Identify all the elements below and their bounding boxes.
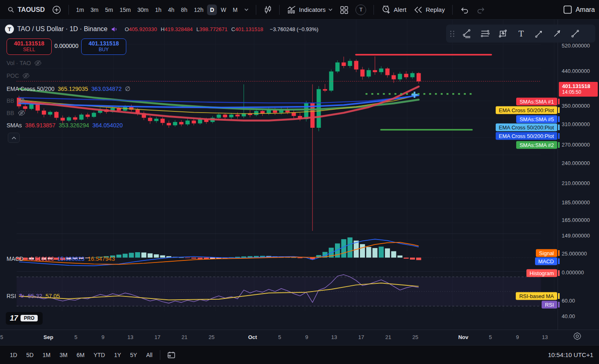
range-5D[interactable]: 5D bbox=[22, 349, 38, 361]
range-1D[interactable]: 1D bbox=[6, 349, 21, 361]
interval-1m[interactable]: 1m bbox=[73, 5, 87, 15]
drawing-toolbar: T bbox=[446, 25, 595, 43]
bb-label: BB bbox=[7, 110, 14, 116]
interval-30m[interactable]: 30m bbox=[134, 5, 151, 15]
go-to-date-button[interactable] bbox=[164, 348, 179, 362]
legend-macd[interactable]: MACD −1.519120 15.028823 16.547943 bbox=[7, 255, 115, 262]
price-label-0.000000: 0.000000 bbox=[562, 269, 584, 276]
interval-8h[interactable]: 8h bbox=[178, 5, 190, 15]
arrow-tool[interactable] bbox=[548, 26, 566, 41]
undo-button[interactable] bbox=[457, 4, 472, 16]
interval-12h[interactable]: 12h bbox=[191, 5, 206, 15]
interval-5m[interactable]: 5m bbox=[102, 5, 116, 15]
horizontal-lines-tool[interactable] bbox=[476, 26, 494, 41]
time-tick-17: 17 bbox=[353, 334, 369, 340]
time-tick-5: 5 bbox=[0, 334, 10, 340]
replay-button[interactable]: Replay bbox=[410, 3, 448, 16]
series-tag-signal[interactable]: Signal bbox=[536, 249, 557, 257]
range-1M[interactable]: 1M bbox=[39, 349, 55, 361]
interval-chevron-button[interactable] bbox=[241, 6, 252, 14]
price-label-270.000000: 270.000000 bbox=[562, 142, 590, 148]
trend-line-icon bbox=[570, 29, 580, 38]
tradingview-logo-glyph: 17 bbox=[9, 314, 18, 323]
chart-canvas[interactable] bbox=[0, 20, 558, 330]
series-tag-rsi[interactable]: RSI bbox=[542, 301, 557, 309]
series-tag-ema-cross-50-200-plot[interactable]: EMA Cross 50/200:Plot bbox=[496, 106, 557, 114]
interval-D[interactable]: D bbox=[207, 5, 217, 15]
interval-1h[interactable]: 1h bbox=[152, 5, 164, 15]
symbol-title[interactable]: TAO / US Dollar · 1D · Binance bbox=[17, 25, 107, 33]
series-tag-rsi-based-ma[interactable]: RSI-based MA bbox=[516, 292, 557, 300]
eye-off-icon[interactable] bbox=[18, 97, 25, 104]
series-tag-smas-sma-#1[interactable]: SMAs:SMA #1 bbox=[516, 98, 557, 106]
text-tool[interactable]: T bbox=[512, 26, 530, 41]
rsi-value: 55.32 bbox=[28, 293, 42, 299]
panel-square-icon[interactable] bbox=[563, 5, 572, 14]
eye-off-icon[interactable] bbox=[22, 72, 30, 79]
sma5-value: 364.054020 bbox=[92, 122, 123, 129]
legend-collapse-button[interactable] bbox=[8, 133, 20, 143]
range-1Y[interactable]: 1Y bbox=[110, 349, 125, 361]
series-tag-smas-sma-#2[interactable]: SMAs:SMA #2 bbox=[516, 141, 557, 149]
interval-4h[interactable]: 4h bbox=[165, 5, 178, 15]
trend-line-group-tool[interactable] bbox=[458, 26, 476, 41]
time-tick-5: 5 bbox=[271, 334, 288, 340]
arrow-marker-icon bbox=[534, 29, 544, 38]
drag-handle-icon[interactable] bbox=[450, 31, 455, 37]
trend-lines-icon bbox=[462, 29, 472, 38]
series-tag-smas-sma-#5[interactable]: SMAs:SMA #5 bbox=[516, 115, 557, 123]
chart-style-button[interactable] bbox=[260, 3, 275, 17]
arrow-marker-tool[interactable] bbox=[530, 26, 548, 41]
eye-off-icon[interactable] bbox=[18, 110, 25, 116]
axis-mark bbox=[558, 107, 560, 113]
time-axis[interactable]: 5Sep5913172125Oct5913172125Nov5913 bbox=[0, 330, 599, 345]
range-3M[interactable]: 3M bbox=[55, 349, 71, 361]
trend-line-tool[interactable] bbox=[566, 26, 584, 41]
legend-ema-cross[interactable]: EMA Cross 50/200 365.129035 363.034872 ∅ bbox=[7, 85, 130, 93]
buy-button[interactable]: 401.131518 BUY bbox=[81, 38, 126, 55]
alert-button[interactable]: Alert bbox=[378, 2, 410, 17]
interval-15m[interactable]: 15m bbox=[117, 5, 134, 15]
compare-add-button[interactable] bbox=[49, 3, 64, 17]
layout-templates-button[interactable] bbox=[337, 3, 351, 16]
series-tag-ema-cross-50-200-plot[interactable]: EMA Cross 50/200:Plot bbox=[496, 132, 557, 140]
range-All[interactable]: All bbox=[142, 349, 157, 361]
tradingview-pro-logo[interactable]: 17 PRO bbox=[6, 312, 43, 325]
projection-box-tool[interactable] bbox=[494, 26, 512, 41]
smas-label: SMAs bbox=[7, 122, 22, 129]
interval-W[interactable]: W bbox=[218, 5, 229, 15]
interval-M[interactable]: M bbox=[230, 5, 241, 15]
interval-3m[interactable]: 3m bbox=[88, 5, 101, 15]
symbol-search-button[interactable]: TAOUSD bbox=[4, 4, 48, 16]
series-tag-histogram[interactable]: Histogram bbox=[526, 269, 557, 277]
series-tag-ema-cross-50-200-plot[interactable]: EMA Cross 50/200:Plot bbox=[496, 124, 557, 131]
legend-bb-1[interactable]: BB bbox=[7, 97, 25, 104]
series-tag-macd[interactable]: MACD bbox=[535, 258, 557, 265]
legend-poc[interactable]: POC bbox=[7, 72, 30, 79]
legend-smas[interactable]: SMAs 386.913857 353.326294 364.054020 bbox=[7, 122, 123, 129]
axis-mark bbox=[558, 124, 560, 130]
redo-button[interactable] bbox=[473, 4, 489, 16]
price-label-165.000000: 165.000000 bbox=[562, 217, 590, 223]
template-t-button[interactable]: T bbox=[352, 2, 369, 18]
legend-bb-2[interactable]: BB bbox=[7, 110, 25, 116]
legend-volume[interactable]: Vol · TAO bbox=[7, 60, 42, 66]
search-icon bbox=[7, 6, 15, 14]
range-5Y[interactable]: 5Y bbox=[126, 349, 141, 361]
price-axis[interactable]: 520.000000440.000000350.000000310.000000… bbox=[558, 20, 599, 330]
chevron-up-icon bbox=[11, 136, 16, 140]
legend-rsi[interactable]: RSI ↻ 55.32 57.05 bbox=[7, 292, 60, 300]
refresh-icon[interactable]: ↻ bbox=[19, 292, 25, 300]
eye-off-icon[interactable] bbox=[34, 60, 42, 66]
rsi-label: RSI bbox=[7, 293, 16, 299]
indicators-button[interactable]: Indicators bbox=[284, 3, 336, 16]
sell-button[interactable]: 401.131518 SELL bbox=[7, 38, 52, 55]
range-YTD[interactable]: YTD bbox=[89, 349, 109, 361]
alert-label: Alert bbox=[394, 6, 406, 13]
speaker-icon[interactable] bbox=[111, 25, 118, 33]
symbol-logo[interactable]: T bbox=[5, 25, 14, 34]
range-6M[interactable]: 6M bbox=[73, 349, 89, 361]
clock[interactable]: 10:54:10 UTC+1 bbox=[548, 351, 594, 358]
axis-settings-gear-icon[interactable] bbox=[573, 332, 581, 342]
user-name[interactable]: Amara bbox=[576, 6, 595, 14]
